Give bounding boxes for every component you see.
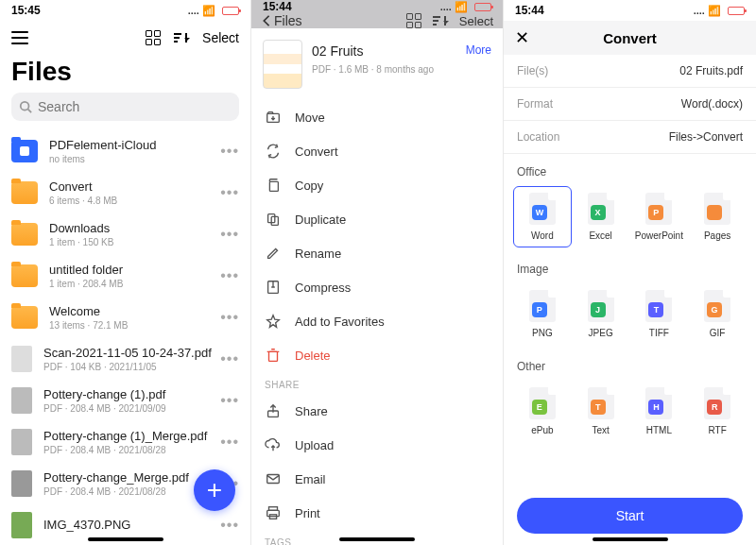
action-move[interactable]: Move [251, 100, 503, 134]
action-icon [265, 143, 282, 160]
menu-icon[interactable] [11, 31, 28, 44]
more-icon[interactable]: ••• [220, 517, 239, 534]
action-add-to-favorites[interactable]: Add to Favorites [251, 304, 503, 338]
file-item[interactable]: Downloads1 item · 150 KB••• [0, 213, 250, 255]
select-button[interactable]: Select [459, 14, 493, 28]
sort-icon[interactable] [433, 13, 448, 28]
format-excel[interactable]: XExcel [572, 186, 630, 247]
share-icon [265, 504, 282, 521]
format-powerpoint[interactable]: PPowerPoint [630, 186, 689, 247]
more-icon[interactable]: ••• [220, 143, 239, 160]
format-tiff[interactable]: TTIFF [630, 283, 689, 345]
chevron-left-icon [261, 14, 272, 27]
more-icon[interactable]: ••• [220, 184, 239, 201]
file-item[interactable]: untitled folder1 item · 208.4 MB••• [0, 255, 250, 297]
file-item[interactable]: Convert6 items · 4.8 MB••• [0, 172, 250, 213]
action-rename[interactable]: Rename [251, 236, 503, 270]
info-row[interactable]: FormatWord(.docx) [504, 88, 756, 121]
format-gif[interactable]: GGIF [688, 283, 747, 345]
file-item[interactable]: Welcome13 items · 72.1 MB••• [0, 297, 250, 338]
action-label: Move [295, 111, 325, 125]
file-meta: 6 items · 4.8 MB [49, 196, 220, 206]
more-icon[interactable]: ••• [220, 434, 239, 451]
file-name: Welcome [49, 304, 220, 318]
format-label: RTF [708, 425, 726, 435]
action-convert[interactable]: Convert [251, 134, 503, 168]
add-button[interactable]: + [194, 469, 235, 511]
format-pages[interactable]: Pages [688, 186, 747, 247]
file-name: Downloads [49, 221, 220, 235]
format-word[interactable]: WWord [513, 186, 572, 247]
file-meta: PDF · 208.4 MB · 2021/09/09 [43, 403, 220, 414]
home-indicator [88, 537, 163, 541]
info-rows: File(s)02 Fruits.pdfFormatWord(.docx)Loc… [504, 55, 756, 154]
format-label: Pages [704, 230, 730, 241]
format-icon: G [704, 290, 730, 322]
share-print[interactable]: Print [251, 496, 503, 530]
header-actions: Select [406, 13, 493, 28]
share-upload[interactable]: Upload [251, 428, 503, 462]
search-field[interactable] [11, 93, 239, 121]
file-item[interactable]: Pottery-change (1)_Merge.pdfPDF · 208.4 … [0, 421, 250, 463]
grid-view-icon[interactable] [146, 30, 161, 45]
actions-pane: 15:44 .... 📶 Files Select 02 Fruits PDF … [251, 0, 504, 545]
file-meta: PDF · 104 KB · 2021/11/05 [43, 362, 220, 372]
header-bar: Files Select [251, 13, 503, 28]
section-header: Office [504, 154, 756, 182]
share-share[interactable]: Share [251, 394, 503, 428]
file-item[interactable]: Scan-2021-11-05 10-24-37.pdfPDF · 104 KB… [0, 338, 250, 380]
format-jpeg[interactable]: JJPEG [572, 283, 630, 345]
svg-rect-3 [269, 181, 278, 191]
format-label: GIF [710, 328, 726, 338]
format-label: PNG [532, 328, 553, 338]
more-icon[interactable]: ••• [220, 309, 239, 326]
format-text[interactable]: TText [572, 381, 630, 442]
action-icon [265, 177, 282, 194]
grid-view-icon[interactable] [406, 13, 421, 28]
action-label: Compress [295, 281, 351, 295]
action-copy[interactable]: Copy [251, 168, 503, 202]
format-rtf[interactable]: RRTF [688, 381, 747, 442]
status-icons: .... 📶 [694, 5, 745, 17]
share-label: Share [295, 404, 328, 418]
share-email[interactable]: Email [251, 462, 503, 496]
convert-pane: 15:44 .... 📶 ✕ Convert File(s)02 Fruits.… [504, 0, 756, 545]
back-label: Files [274, 13, 302, 28]
close-icon[interactable]: ✕ [515, 27, 529, 48]
action-delete[interactable]: Delete [251, 338, 503, 372]
search-input[interactable] [38, 99, 232, 114]
info-key: Format [517, 97, 553, 111]
more-icon[interactable]: ••• [220, 392, 239, 409]
action-icon [265, 245, 282, 262]
file-thumbnail[interactable] [263, 40, 302, 89]
format-label: Word [531, 230, 554, 241]
back-button[interactable]: Files [261, 13, 302, 28]
action-icon [265, 109, 282, 126]
action-icon [265, 279, 282, 296]
select-button[interactable]: Select [202, 30, 239, 45]
more-icon[interactable]: ••• [220, 267, 239, 284]
sort-icon[interactable] [174, 30, 189, 45]
start-button[interactable]: Start [517, 498, 743, 534]
file-item[interactable]: PDFelement-iCloudno items••• [0, 130, 250, 172]
more-button[interactable]: More [466, 43, 491, 57]
more-icon[interactable]: ••• [220, 226, 239, 243]
action-duplicate[interactable]: Duplicate [251, 202, 503, 236]
file-item[interactable]: Pottery-change (1).pdfPDF · 208.4 MB · 2… [0, 380, 250, 421]
action-icon [265, 211, 282, 228]
more-icon[interactable]: ••• [220, 350, 239, 367]
info-row[interactable]: LocationFiles->Convert [504, 121, 756, 154]
file-meta: 1 item · 150 KB [49, 237, 220, 247]
format-epub[interactable]: EePub [513, 381, 572, 442]
action-label: Convert [295, 145, 338, 159]
folder-icon [11, 223, 38, 246]
format-label: TIFF [649, 328, 669, 338]
file-meta: no items [49, 154, 220, 164]
status-bar: 15:45 .... 📶 [0, 0, 250, 21]
action-compress[interactable]: Compress [251, 270, 503, 304]
info-row[interactable]: File(s)02 Fruits.pdf [504, 55, 756, 88]
format-png[interactable]: PPNG [513, 283, 572, 345]
file-name: Scan-2021-11-05 10-24-37.pdf [43, 346, 220, 360]
format-html[interactable]: HHTML [630, 381, 689, 442]
time: 15:45 [11, 4, 41, 17]
